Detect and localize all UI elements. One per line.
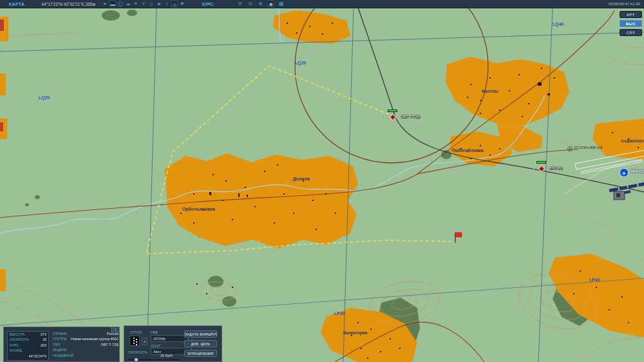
- town-label-bykogorka: Быкогорка: [343, 330, 367, 335]
- type-value: ОБТ Т-72Б: [101, 342, 118, 347]
- airport-label: Минеральные Воды: [631, 169, 644, 173]
- map-mode-label: КАРТА: [9, 2, 24, 6]
- grid-label-lq40: LQ40: [553, 22, 564, 26]
- grid-toggle-icon[interactable]: ▦: [278, 1, 285, 7]
- callsign-label: ПОЗЫВНОЙ: [53, 353, 73, 358]
- telemetry-box: ВЫСОТА373 СКОРОСТЬ18 КУРС293 КООРД 44°15…: [7, 331, 49, 361]
- restrictions-button[interactable]: ОГРАНИЧЕНИЯ: [184, 350, 217, 357]
- coord-label: КООРД: [10, 348, 22, 353]
- set-route-button[interactable]: ЗАДАТЬ МАРШРУТ: [184, 330, 217, 338]
- zoom-tool-group: ⊖ ⊙ ⊕ ◉ ▦: [236, 1, 285, 7]
- town-label-andzhievsky: АНДЖИЕВСКИЙ: [621, 139, 644, 143]
- town-label-dolina: Долина: [293, 176, 310, 181]
- formation-selector[interactable]: [129, 336, 140, 346]
- group-label: ГРУППА: [53, 336, 67, 341]
- roe-label: ПВБ: [151, 330, 158, 334]
- grid-label-lp40: LP40: [589, 278, 600, 282]
- flight-tool-icon[interactable]: V: [140, 1, 147, 7]
- zoom-out-icon[interactable]: ⊖: [236, 1, 243, 7]
- formation-dropdown-button[interactable]: ▾: [142, 338, 147, 345]
- airport-structure-icon: [614, 191, 625, 200]
- add-tool-icon[interactable]: ✚: [179, 1, 185, 7]
- unit-marker-btr80[interactable]: 1 БТР-80: [533, 160, 610, 173]
- waypoint-number: 1: [384, 115, 386, 119]
- add-target-button[interactable]: ДОБ. ЦЕЛЬ: [184, 340, 217, 347]
- grid-label-lp39: LP39: [334, 311, 345, 316]
- type-label: ТИП: [53, 342, 60, 347]
- health-bar: [536, 161, 546, 164]
- dcs-f10-map-screen: { "topbar": { "mode": "КАРТА", "coords":…: [0, 0, 644, 362]
- map-tool-group: ➤ ▬ ◯ ☁ ✈ V ◇ ◈ I ◎ ✚: [102, 1, 185, 7]
- aircraft-tool-icon[interactable]: ✈: [133, 1, 139, 7]
- circle-tool-icon[interactable]: ◯: [117, 1, 124, 7]
- town-label-orbelyanovka: Орбельяновка: [182, 207, 215, 211]
- course-label: КУРС: [10, 343, 19, 348]
- ruler-tool-icon[interactable]: I: [164, 1, 170, 7]
- ground-unit-icon[interactable]: [389, 113, 396, 120]
- beacon-label: 117.10 МГц МИК 1/18: [574, 146, 602, 149]
- layer-map-button[interactable]: КРТ: [620, 11, 642, 18]
- signal-tool-icon[interactable]: ◈: [156, 1, 162, 7]
- speed-label: СКОРОСТЬ: [10, 337, 29, 342]
- marker-tool-icon[interactable]: ▬: [109, 1, 116, 7]
- pointer-tool-icon[interactable]: ➤: [102, 1, 108, 7]
- unit-marker-t72[interactable]: 1 ОБТ Т-72Б: [384, 109, 461, 122]
- speed-slider[interactable]: [128, 357, 181, 362]
- health-bar: [388, 110, 397, 112]
- map-canvas[interactable]: ✈: [0, 0, 644, 362]
- unit-control-panel: СТРОЙ ▾ ПВБ ОГОНЬ ▾ СОСТ Авто ▾ СКОРОСТЬ…: [124, 325, 222, 362]
- course-label: КУРС:: [202, 2, 214, 6]
- town-label-kangly: Канглы: [482, 89, 498, 93]
- group-value: Новая наземная группа #001: [71, 336, 118, 341]
- unit-label: БТР-80: [549, 166, 562, 170]
- waypoint-number: 1: [533, 166, 535, 170]
- country-label: СТРАНА: [53, 331, 67, 336]
- country-value: Россия: [107, 331, 118, 336]
- roe-value: ОГОНЬ: [153, 337, 166, 341]
- unit-info-panel: › ВЫСОТА373 СКОРОСТЬ18 КУРС293 КООРД 44°…: [3, 327, 120, 362]
- slider-thumb[interactable]: [134, 357, 138, 362]
- formation-column-icon: [133, 338, 135, 339]
- unit-details: СТРАНАРоссия ГРУППАНовая наземная группа…: [53, 331, 118, 358]
- speed-slider-label: СКОРОСТЬ: [128, 350, 147, 354]
- cursor-coordinates: 44°17'23"N 43°02'21"E,355м: [41, 2, 95, 6]
- state-value: Авто: [153, 350, 161, 354]
- mission-clock: 01/08:00:47 A1.00: [609, 2, 640, 6]
- waypoint-tool-icon[interactable]: ◇: [148, 1, 155, 7]
- speed-value: 18: [43, 337, 46, 342]
- grid-label-lq20-west: LQ20: [39, 95, 50, 100]
- altitude-label: ВЫСОТА: [10, 332, 25, 337]
- task-label: ЗАДАЧА: [53, 347, 66, 352]
- zoom-in-icon[interactable]: ⊕: [257, 1, 264, 7]
- town-label-pobegailovka: Побегайловка: [452, 148, 484, 153]
- layer-sat-button[interactable]: СПТ: [620, 29, 642, 36]
- course-value: 293: [41, 343, 46, 348]
- airport-icon[interactable]: ✈: [620, 169, 629, 177]
- unit-label: ОБТ Т-72Б: [401, 115, 420, 119]
- grid-label-lq20-center: LQ20: [295, 61, 307, 65]
- top-toolbar: КАРТА 44°17'23"N 43°02'21"E,355м ➤ ▬ ◯ ☁…: [0, 0, 644, 8]
- weather-tool-icon[interactable]: ☁: [125, 1, 131, 7]
- coord-value: 44°15'24"N: [8, 354, 48, 359]
- ground-unit-icon[interactable]: [538, 165, 545, 172]
- zoom-area-icon[interactable]: ⊙: [247, 1, 254, 7]
- globe-icon[interactable]: ◉: [267, 1, 274, 7]
- target-tool-icon[interactable]: ◎: [171, 1, 178, 7]
- airplane-glyph: ✈: [622, 171, 627, 176]
- altitude-value: 373: [41, 332, 46, 337]
- layer-alt-button[interactable]: ВЫС: [620, 20, 642, 27]
- formation-label: СТРОЙ: [129, 330, 142, 334]
